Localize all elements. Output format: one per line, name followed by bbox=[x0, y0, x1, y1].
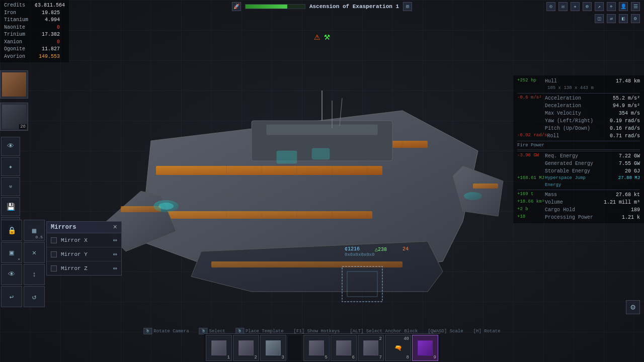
mail-icon[interactable]: ✉ bbox=[558, 2, 568, 11]
ship-float-c: 24 bbox=[403, 246, 409, 252]
svg-rect-11 bbox=[267, 125, 377, 135]
mirror-y-label: Mirror Y bbox=[61, 251, 109, 257]
item-num-2: 2 bbox=[255, 355, 257, 360]
select-tool-btn[interactable]: ✦ bbox=[1, 157, 20, 176]
mass-value: 27.68 kt bbox=[600, 191, 640, 199]
lock-btn[interactable]: 🔒 bbox=[1, 220, 22, 241]
titanium-label: Titanium bbox=[4, 17, 32, 24]
float-count-value: ¢1216 bbox=[345, 246, 360, 252]
grid-snap-btn[interactable]: ▦0.5 bbox=[24, 220, 45, 241]
top-right-icons: ⊙ ✉ ✦ ⊕ ↗ ⌖ 👤 ☰ bbox=[546, 2, 640, 11]
menu-icon[interactable]: ☰ bbox=[631, 2, 640, 11]
mirror-icon[interactable]: ⇌ bbox=[607, 14, 616, 23]
pitch-value: 0.16 rad/s bbox=[600, 125, 640, 132]
svg-rect-5 bbox=[121, 206, 161, 212]
item-slot-2[interactable]: 2 bbox=[233, 335, 259, 361]
item-num-5: 5 bbox=[325, 355, 328, 360]
svg-marker-0 bbox=[141, 111, 478, 282]
cargo-value: 189 bbox=[600, 206, 640, 214]
help-select-label: Select bbox=[209, 329, 225, 334]
eye-filter-btn[interactable]: 👁 bbox=[1, 264, 22, 285]
item-slot-5[interactable]: 5 bbox=[303, 335, 330, 361]
xanion-value: 0 bbox=[35, 39, 60, 46]
item-slot-6[interactable]: 6 bbox=[331, 335, 357, 361]
float-b-value: △238 bbox=[375, 247, 387, 252]
mirror-x-label: Mirror X bbox=[61, 237, 109, 243]
build-mode-icon[interactable]: ◫ bbox=[595, 14, 604, 23]
credits-label: Credits bbox=[4, 2, 32, 10]
select-box-btn[interactable]: ▣× bbox=[1, 242, 22, 263]
svg-line-27 bbox=[340, 98, 342, 126]
ship-float-b: △238 bbox=[375, 246, 387, 252]
ship-icon[interactable]: ⌖ bbox=[607, 2, 616, 11]
left-toolbar: 👁 ✦ ⚒ 💾 ⊞ bbox=[0, 70, 22, 237]
mirrors-close-button[interactable]: × bbox=[113, 224, 117, 231]
map-icon[interactable]: ⊕ bbox=[583, 2, 592, 11]
iron-label: Iron bbox=[4, 10, 32, 17]
xanion-label: Xanion bbox=[4, 39, 32, 46]
player-icon[interactable]: 👤 bbox=[619, 2, 628, 11]
warning-area: ⚠ ⚒ bbox=[314, 30, 330, 43]
mirror-x-icon: ⇔ bbox=[113, 236, 117, 244]
help-hotkeys-label: [F1] Show Hotkeys bbox=[294, 329, 340, 334]
stats-gear-button[interactable]: ⚙ bbox=[626, 300, 640, 314]
trinium-value: 17.382 bbox=[35, 31, 60, 39]
grid-snap-value: 0.5 bbox=[36, 235, 43, 239]
mirror-z-icon: ⇔ bbox=[113, 264, 117, 273]
mirrors-title-bar: Mirrors × bbox=[47, 222, 121, 233]
stor-energy-label: Storable Energy bbox=[545, 167, 600, 175]
svg-rect-3 bbox=[327, 141, 428, 148]
settings-build-icon[interactable]: ⚙ bbox=[631, 14, 640, 23]
item-slot-8[interactable]: 🔫 8 40 bbox=[385, 335, 411, 361]
volume-label: Volume bbox=[545, 199, 600, 206]
mirror-x-row: Mirror X ⇔ bbox=[47, 233, 121, 247]
build-tool-btn[interactable]: ⚒ bbox=[1, 177, 20, 196]
item-bar: 1 2 3 5 6 7 2 🔫 8 40 9 bbox=[204, 333, 440, 362]
cargo-delta: +2 b bbox=[517, 206, 545, 214]
item-slot-1[interactable]: 1 bbox=[206, 335, 232, 361]
float-c-value: 24 bbox=[403, 246, 409, 252]
mirror-y-checkbox[interactable] bbox=[51, 251, 57, 257]
settings-icon-1[interactable]: ⊙ bbox=[546, 2, 555, 11]
accel-label: Acceleration bbox=[545, 95, 600, 102]
item-slot-empty[interactable] bbox=[287, 335, 302, 361]
proc-value: 1.21 k bbox=[600, 214, 640, 221]
mirrors-panel: Mirrors × Mirror X ⇔ Mirror Y ⇔ Mirror Z… bbox=[46, 221, 122, 276]
item-slot-9[interactable]: 9 bbox=[412, 335, 438, 361]
ship-status-icon[interactable]: 🚀 bbox=[232, 2, 241, 11]
stor-energy-value: 20 GJ bbox=[600, 167, 640, 175]
item-slot-3[interactable]: 3 bbox=[260, 335, 286, 361]
undo-btn[interactable]: ↩ bbox=[1, 286, 22, 307]
svg-rect-29 bbox=[347, 272, 377, 297]
nav-icon[interactable]: ↗ bbox=[595, 2, 604, 11]
svg-marker-6 bbox=[453, 166, 503, 216]
proc-label: Processing Power bbox=[545, 214, 600, 221]
mass-delta: +169 t bbox=[517, 191, 545, 199]
redo-btn[interactable]: ↺ bbox=[24, 286, 45, 307]
help-rotate-key: 🖱 bbox=[143, 328, 152, 334]
svg-rect-16 bbox=[312, 148, 330, 159]
mirror-z-row: Mirror Z ⇔ bbox=[47, 261, 121, 275]
item-num-1: 1 bbox=[227, 355, 230, 360]
mirror-x-checkbox[interactable] bbox=[51, 237, 57, 243]
item-num-6: 6 bbox=[352, 355, 355, 360]
stats-panel: +252 hp Hull 17.48 km 185 x 138 x 443 m … bbox=[513, 75, 644, 223]
hull-value: 17.48 km bbox=[600, 77, 640, 85]
accel-delta: -0.6 m/s² bbox=[517, 95, 545, 102]
credits-value: ¢3.811.564 bbox=[35, 2, 65, 10]
close-tool-btn[interactable]: ✕ bbox=[24, 242, 45, 263]
float-coords-value: 0x0x0x0x0x0 bbox=[345, 252, 374, 257]
eye-tool-btn[interactable]: 👁 bbox=[1, 137, 20, 156]
trinium-label: Trinium bbox=[4, 31, 32, 39]
item-slot-7[interactable]: 7 2 bbox=[358, 335, 384, 361]
layer-icon[interactable]: ◧ bbox=[619, 14, 628, 23]
mirror-z-checkbox[interactable] bbox=[51, 265, 57, 272]
svg-rect-10 bbox=[252, 121, 392, 161]
hyperspace-label: Hyperspace Jump Energy bbox=[545, 175, 600, 189]
title-bar: 🚀 Ascension of Exasperation 1 ⊞ bbox=[232, 2, 412, 11]
volume-delta: +18.66 km³ bbox=[517, 199, 545, 206]
symmetry-btn[interactable]: ↕ bbox=[24, 264, 45, 285]
monitor-icon[interactable]: ⊞ bbox=[403, 2, 412, 11]
save-btn[interactable]: 💾 bbox=[1, 197, 20, 216]
faction-icon[interactable]: ✦ bbox=[571, 2, 580, 11]
